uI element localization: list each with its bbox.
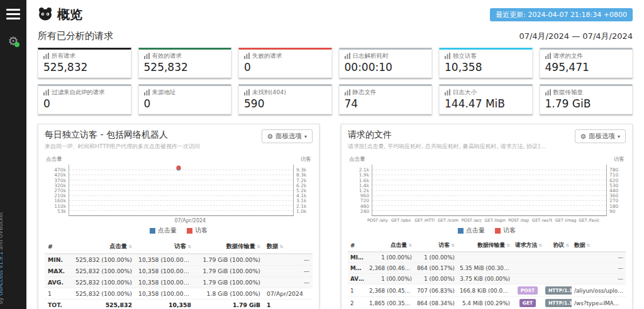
- stat-card: 所有请求525,832: [38, 48, 131, 78]
- goaccess-logo-icon: [38, 7, 53, 23]
- column-header[interactable]: 数据传输量⇅: [457, 240, 513, 252]
- x-axis-label: GET /ipbe: [391, 218, 411, 223]
- cell-method: [513, 274, 543, 285]
- stat-card-label-text: 所有请求: [52, 52, 75, 60]
- stat-card-label: 独立访客: [445, 52, 527, 60]
- legend-item: 访客: [187, 226, 208, 235]
- bar-chart-icon: [144, 89, 150, 97]
- stat-card-label-text: 数据传输量: [553, 89, 584, 97]
- visitors-table-head: #点击量⇅访客⇅数据传输量⇅数据⇅: [45, 240, 313, 254]
- gridline: [69, 180, 293, 180]
- table-row: MIN.1 (00.00%)1 (00.00%)—: [348, 252, 626, 263]
- gridline: [372, 175, 606, 175]
- cell-visitors: 707 (06.83%): [414, 285, 457, 297]
- column-header[interactable]: 点击量⇅: [367, 240, 414, 252]
- row-label: TOT.: [45, 300, 70, 309]
- stat-card-label-text: 日志大小: [453, 89, 477, 97]
- gridline: [69, 210, 293, 211]
- visitors-panel-options-button[interactable]: ⚙ 面板选项 ▾: [262, 129, 313, 143]
- visitors-xaxis: 07/Apr/2024: [69, 217, 294, 224]
- cell-method: GET: [513, 297, 543, 309]
- row-label: AVG.: [348, 274, 367, 285]
- column-header[interactable]: 协议⇅: [543, 240, 572, 252]
- requests-panel: 请求的文件 请求按[点击量, 平均响应耗时, 总共响应耗时, 最高响应耗时, 请…: [341, 124, 633, 309]
- gridline: [372, 190, 606, 191]
- cell: 10,358 (100.00%): [135, 254, 194, 266]
- cell: 10,358 (100.00%): [135, 288, 194, 300]
- stat-card-value: 590: [244, 97, 326, 110]
- settings-gear-button[interactable]: ⚙: [6, 33, 21, 48]
- cell-protocol: HTTP/1.1: [543, 285, 572, 297]
- stat-card: 日志解析耗时00:00:10: [339, 48, 433, 78]
- column-header[interactable]: 请求方法⇅: [513, 240, 543, 252]
- legend-label: 点击量: [158, 226, 177, 235]
- cell: 1.79 GiB (100.00%): [194, 266, 264, 277]
- row-label: MAX.: [348, 263, 367, 274]
- stat-card: 独立访客10,358: [439, 48, 533, 78]
- visitors-left-ticks: 470k420k370k320k270k210k160k110k53k: [45, 165, 69, 216]
- main-content: 概览 最近更新: 2024-04-07 21:18:34 +0800 所有已分析…: [26, 0, 644, 309]
- axis-tick: 1.0k: [296, 208, 313, 214]
- column-header: #: [348, 240, 367, 252]
- requests-panel-options-button[interactable]: ⚙ 面板选项 ▾: [575, 129, 626, 143]
- visitors-plot: [69, 165, 294, 216]
- credit-suffix: and GVBucket: [0, 212, 4, 252]
- stat-card: 静态文件74: [339, 84, 433, 114]
- visitors-point: [177, 165, 181, 170]
- gridline: [372, 170, 606, 170]
- stat-card-value: 10,358: [445, 61, 527, 73]
- cell-visitors: 1 (00.00%): [414, 252, 457, 263]
- visitors-swatch: [187, 228, 192, 234]
- requests-table-head: #点击量⇅访客⇅数据传输量⇅请求方法⇅协议⇅数据⇅: [348, 240, 626, 252]
- cell-data: /aliyun/oss/upload/callback: [572, 285, 626, 297]
- legend-label: 访客: [503, 226, 516, 235]
- row-label: 2: [348, 297, 367, 309]
- stat-card-label-text: 来源地址: [152, 89, 176, 97]
- x-axis-label: POST /logi: [508, 218, 529, 223]
- stat-cards: 所有请求525,832有效的请求525,832失败的请求0日志解析耗时00:00…: [38, 48, 633, 114]
- stat-card-label: 日志大小: [445, 89, 527, 97]
- panels: 每日独立访客 - 包括网络机器人 来自同一IP、时间和HTTP用户代理的多次点击…: [38, 124, 633, 309]
- stat-card-label: 静态文件: [345, 89, 427, 97]
- gridline: [69, 195, 293, 196]
- legend-item: 点击量: [150, 226, 177, 235]
- stat-card: 数据传输量1.79 GiB: [540, 84, 633, 114]
- column-header[interactable]: 访客⇅: [414, 240, 457, 252]
- goaccess-version-link[interactable]: GoAccess v1.9.1: [0, 252, 4, 296]
- sort-icon: ⇅: [587, 243, 591, 248]
- column-header-label: 点击量: [109, 242, 127, 249]
- gridline: [69, 170, 293, 170]
- cell: 10,358 (100.00%): [135, 266, 194, 277]
- hits-swatch: [458, 228, 464, 234]
- stat-card: 日志大小144.47 MiB: [439, 84, 533, 114]
- stat-card-value: 1.79 GiB: [545, 97, 628, 110]
- chevron-down-icon: ▾: [304, 134, 307, 139]
- cell-hits: 2,368 (00.46%): [367, 263, 414, 274]
- gridline: [69, 185, 293, 185]
- cell-bandwidth: 5.35 MiB (00.30%): [457, 263, 513, 274]
- gridline: [372, 185, 606, 185]
- cell-hits: 1,865 (00.35%): [367, 297, 414, 309]
- column-header[interactable]: 点击量⇅: [70, 240, 135, 254]
- table-row: MAX.2,368 (00.46%)864 (00.17%)5.35 MiB (…: [348, 263, 626, 274]
- stat-card-value: 144.47 MiB: [445, 97, 527, 110]
- sort-icon: ⇅: [408, 243, 412, 248]
- column-header[interactable]: 数据传输量⇅: [194, 240, 264, 254]
- column-header[interactable]: 数据⇅: [572, 240, 626, 252]
- column-header[interactable]: 访客⇅: [135, 240, 194, 254]
- credit-text: by GoAccess v1.9.1 and GVBucket: [0, 212, 4, 304]
- menu-toggle-button[interactable]: [6, 9, 20, 19]
- bar-chart-icon: [345, 53, 350, 60]
- credit-prefix: by: [0, 296, 4, 304]
- cell: 10,358 (100.00%): [135, 277, 194, 288]
- column-header-label: 数据: [267, 242, 279, 249]
- row-label: MAX.: [45, 266, 70, 277]
- stat-card: 未找到(404)590: [238, 84, 332, 114]
- panel-options-label: 面板选项: [589, 132, 615, 141]
- row-label: 1: [45, 288, 70, 300]
- cell: 525,832: [70, 300, 135, 309]
- column-header[interactable]: 数据⇅: [264, 240, 313, 254]
- gridline: [372, 200, 606, 201]
- stat-card-label: 请求的文件: [545, 52, 628, 60]
- status-dot: [14, 42, 19, 47]
